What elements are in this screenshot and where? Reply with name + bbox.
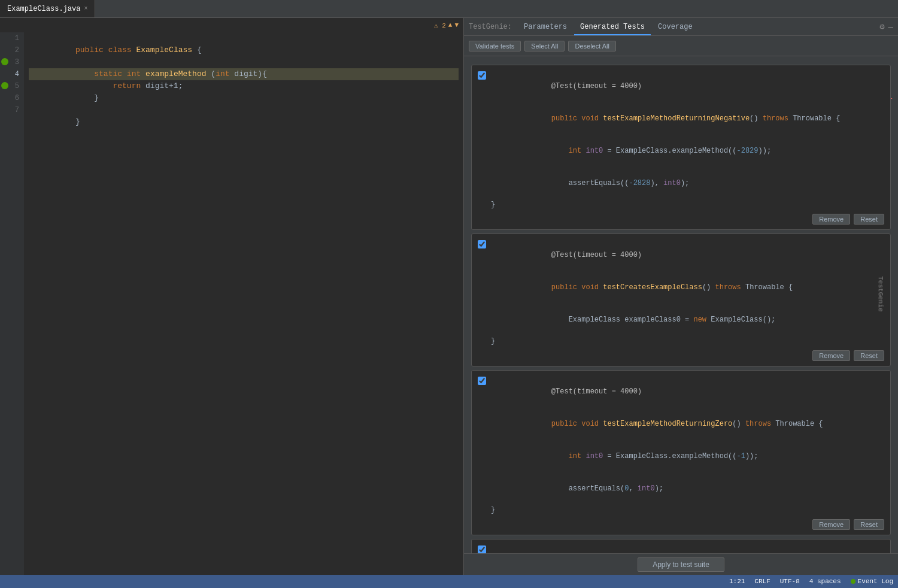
select-all-button[interactable]: Select All [524,41,565,51]
test-code-2: @Test(timeout = 4000) public void testCr… [491,239,884,347]
test-card-3-header: @Test(timeout = 4000) public void testEx… [478,375,884,516]
gutter-breakpoint-5[interactable] [1,82,8,89]
line-num-2: 2 [0,44,24,56]
code-line-1: public class ExampleClass { [29,32,459,44]
test-checkbox-2[interactable] [478,240,486,248]
code-area[interactable]: public class ExampleClass { static int e… [24,32,463,575]
panel-label: TestGenie: [469,23,512,31]
test-4-annotation: @Test(timeout = 4000) [491,544,884,553]
test-1-annotation: @Test(timeout = 4000) [491,70,884,102]
reset-test-2-button[interactable]: Reset [854,350,884,361]
remove-test-2-button[interactable]: Remove [812,350,850,361]
tests-area[interactable]: @Test(timeout = 4000) public void testEx… [464,56,898,553]
test-1-body-1: int int0 = ExampleClass.exampleMethod((-… [491,135,884,167]
tab-generated-tests[interactable]: Generated Tests [574,19,651,35]
panel-header: TestGenie: Parameters Generated Tests Co… [464,18,898,36]
test-code-3: @Test(timeout = 4000) public void testEx… [491,375,884,516]
line-num-3: 3 [0,56,24,68]
test-checkbox-4[interactable] [478,545,486,553]
line-num-6: 6 [0,92,24,104]
test-card-4-header: @Test(timeout = 4000) public void testEx… [478,544,884,553]
remove-test-1-button[interactable]: Remove [812,214,850,225]
test-3-body-2: assertEquals(0, int0); [491,472,884,505]
test-3-annotation: @Test(timeout = 4000) [491,375,884,408]
right-panel: TestGenie: Parameters Generated Tests Co… [464,18,898,575]
minimize-icon[interactable]: — [888,22,893,32]
status-bar: 1:21 CRLF UTF-8 4 spaces Event Log [0,575,898,588]
status-right: 1:21 CRLF UTF-8 4 spaces Event Log [729,578,893,585]
test-card-2: @Test(timeout = 4000) public void testCr… [471,234,891,366]
line-numbers: 1 2 3 4 5 6 7 [0,32,24,575]
deselect-all-button[interactable]: Deselect All [568,41,615,51]
code-line-3: static int exampleMethod (int digit){ [29,56,459,68]
panel-actions: ⚙ — [879,22,893,32]
encoding: UTF-8 [780,578,800,585]
apply-to-test-suite-button[interactable]: Apply to test suite [638,557,724,572]
test-card-3: @Test(timeout = 4000) public void testEx… [471,370,891,535]
warning-count: ⚠ 2 [434,22,446,29]
test-card-1: @Test(timeout = 4000) public void testEx… [471,65,891,230]
indent: 4 spaces [809,578,841,585]
test-card-1-actions: Remove Reset [478,214,884,225]
test-code-1: @Test(timeout = 4000) public void testEx… [491,70,884,210]
test-code-4: @Test(timeout = 4000) public void testEx… [491,544,884,553]
tab-coverage[interactable]: Coverage [652,19,699,35]
test-3-close: } [491,505,884,516]
reset-test-3-button[interactable]: Reset [854,519,884,530]
event-log-button[interactable]: Event Log [851,578,893,585]
test-1-sig: public void testExampleMethodReturningNe… [491,102,884,135]
editor-content: 1 2 3 4 5 6 7 public class ExampleClass … [0,32,463,575]
test-2-sig: public void testCreatesExampleClass() th… [491,271,884,304]
tab-parameters[interactable]: Parameters [518,19,573,35]
chevron-down-icon[interactable]: ▼ [454,22,459,29]
panel-bottom: Apply to test suite [464,553,898,575]
event-dot [851,579,855,584]
test-2-close: } [491,336,884,347]
code-line-7: } [29,104,459,116]
line-num-7: 7 [0,104,24,116]
tab-example-class[interactable]: ExampleClass.java × [0,0,95,17]
test-card-3-actions: Remove Reset [478,519,884,530]
top-action-bar: Validate tests Select All Deselect All [464,36,898,56]
remove-test-3-button[interactable]: Remove [812,519,850,530]
line-num-4: 4 [0,68,24,80]
validate-tests-button[interactable]: Validate tests [469,41,521,51]
main-layout: ⚠ 2 ▲ ▼ 1 2 3 4 5 6 7 [0,18,898,575]
test-2-annotation: @Test(timeout = 4000) [491,239,884,271]
reset-test-1-button[interactable]: Reset [854,214,884,225]
test-checkbox-1[interactable] [478,71,486,80]
line-ending: CRLF [754,578,770,585]
tab-filename: ExampleClass.java [7,5,80,13]
gutter-breakpoint-3[interactable] [1,58,8,65]
test-card-2-actions: Remove Reset [478,350,884,361]
testgenie-vertical-label: TestGenie [876,276,884,311]
line-num-1: 1 [0,32,24,44]
test-3-body-1: int int0 = ExampleClass.exampleMethod((-… [491,440,884,472]
test-2-body-1: ExampleClass exampleClass0 = new Example… [491,304,884,336]
event-log-label: Event Log [858,578,893,585]
tab-close-icon[interactable]: × [84,5,87,12]
test-1-body-2: assertEquals((-2828), int0); [491,167,884,199]
editor-header: ⚠ 2 ▲ ▼ [0,18,463,32]
test-checkbox-3[interactable] [478,377,486,385]
test-1-close: } [491,199,884,210]
warning-badge: ⚠ 2 ▲ ▼ [434,22,459,29]
settings-icon[interactable]: ⚙ [879,22,884,32]
test-card-4: @Test(timeout = 4000) public void testEx… [471,539,891,553]
cursor-position: 1:21 [729,578,745,585]
test-3-sig: public void testExampleMethodReturningZe… [491,408,884,440]
tab-bar: ExampleClass.java × [0,0,898,18]
test-card-2-header: @Test(timeout = 4000) public void testCr… [478,239,884,347]
editor-pane: ⚠ 2 ▲ ▼ 1 2 3 4 5 6 7 [0,18,464,575]
line-num-5: 5 [0,80,24,92]
test-card-1-header: @Test(timeout = 4000) public void testEx… [478,70,884,210]
chevron-up-icon[interactable]: ▲ [448,22,453,29]
